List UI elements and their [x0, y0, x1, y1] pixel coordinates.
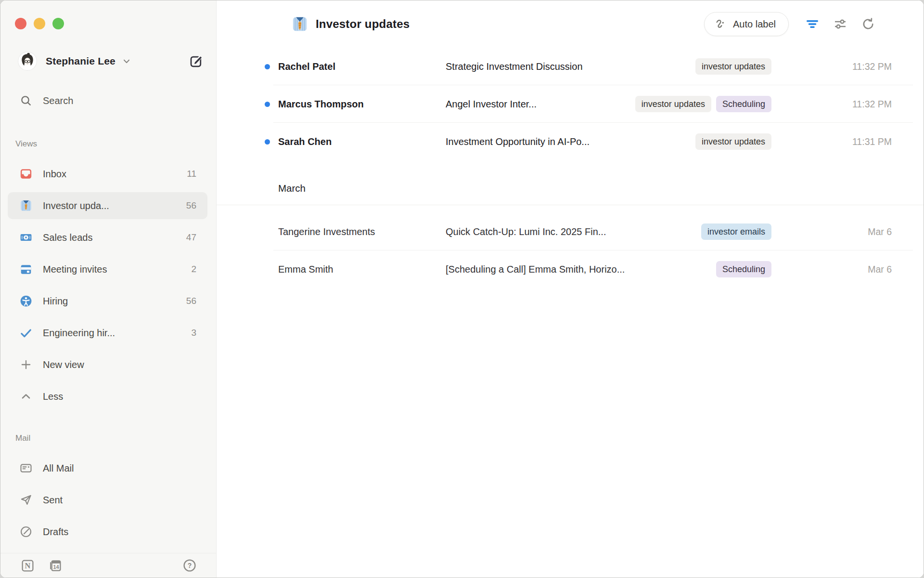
email-row[interactable]: Sarah Chen Investment Opportunity in AI-…: [217, 123, 924, 160]
profile-row[interactable]: Stephanie Lee: [18, 51, 204, 72]
unread-dot: [265, 64, 270, 69]
sidebar-item-label: Hiring: [43, 296, 68, 307]
search-icon: [20, 94, 32, 107]
email-sender: Marcus Thompson: [278, 99, 446, 110]
inbox-tray-icon: [20, 168, 32, 180]
email-sender: Sarah Chen: [278, 136, 446, 147]
sidebar-item-label: Inbox: [43, 169, 66, 180]
unread-dot: [265, 139, 270, 144]
notion-calendar-icon[interactable]: 14: [48, 559, 62, 573]
chevron-up-icon: [20, 390, 32, 403]
svg-text:?: ?: [188, 562, 192, 569]
less-label: Less: [43, 391, 63, 402]
views-list: Inbox 11 Investor upda... 56: [0, 160, 216, 410]
drafts-pencil-icon: [20, 525, 32, 538]
email-tags: investor updates Scheduling: [635, 96, 771, 112]
all-mail-icon: [20, 462, 32, 474]
new-view-button[interactable]: New view: [8, 351, 207, 378]
sidebar-item-label: Sales leads: [43, 232, 92, 243]
compose-icon[interactable]: [189, 54, 204, 68]
month-section-header: March: [217, 160, 924, 205]
email-tag[interactable]: investor updates: [695, 133, 771, 150]
auto-label-wand-icon: [714, 18, 727, 30]
email-tag[interactable]: investor updates: [635, 96, 711, 112]
chevron-down-icon[interactable]: [121, 56, 132, 66]
help-icon[interactable]: ?: [183, 559, 196, 572]
unread-dot: [265, 102, 270, 107]
email-tag[interactable]: investor emails: [701, 223, 771, 240]
sidebar-item-hiring[interactable]: Hiring 56: [8, 288, 207, 315]
necktie-icon: [292, 16, 308, 32]
email-time: Mar 6: [771, 264, 892, 275]
email-tags: investor updates: [695, 58, 771, 75]
email-list: Rachel Patel Strategic Investment Discus…: [217, 48, 924, 578]
filter-icon[interactable]: [805, 17, 820, 31]
email-sender: Emma Smith: [278, 264, 446, 275]
auto-label-button[interactable]: Auto label: [704, 12, 789, 36]
sidebar-footer: N 14 ?: [0, 553, 216, 578]
new-view-label: New view: [43, 359, 84, 370]
sidebar-item-engineering-hiring[interactable]: Engineering hir... 3: [8, 319, 207, 346]
page-title: Investor updates: [316, 17, 410, 31]
sidebar-item-drafts[interactable]: Drafts: [8, 518, 207, 545]
mail-section-label: Mail: [15, 434, 216, 443]
email-sender: Rachel Patel: [278, 61, 446, 72]
necktie-icon: [20, 199, 32, 212]
email-subject: Investment Opportunity in AI-Po...: [446, 136, 695, 147]
search-button[interactable]: Search: [8, 90, 207, 111]
email-tag[interactable]: investor updates: [695, 58, 771, 75]
accessibility-icon: [20, 295, 32, 307]
email-tag[interactable]: Scheduling: [716, 96, 771, 112]
sidebar: Stephanie Lee Search Views: [0, 0, 217, 578]
email-time: Mar 6: [771, 226, 892, 237]
svg-text:N: N: [25, 561, 31, 570]
email-row[interactable]: Tangerine Investments Quick Catch-Up: Lu…: [217, 213, 924, 250]
auto-label-button-label: Auto label: [733, 19, 776, 30]
email-subject: [Scheduling a Call] Emma Smith, Horizo..…: [446, 264, 716, 275]
notion-logo-icon[interactable]: N: [21, 559, 35, 573]
close-window-icon[interactable]: [15, 18, 26, 29]
email-subject: Quick Catch-Up: Lumi Inc. 2025 Fin...: [446, 226, 701, 237]
sidebar-item-label: All Mail: [43, 463, 74, 474]
window-controls: [0, 0, 216, 29]
plus-icon: [20, 358, 32, 371]
sidebar-item-label: Sent: [43, 495, 63, 506]
sidebar-item-count: 56: [186, 296, 196, 306]
sidebar-item-inbox[interactable]: Inbox 11: [8, 160, 207, 187]
email-tag[interactable]: Scheduling: [716, 261, 771, 277]
search-label: Search: [43, 95, 73, 106]
email-time: 11:32 PM: [771, 99, 892, 110]
banknote-icon: [20, 231, 32, 244]
sidebar-item-count: 56: [186, 200, 196, 211]
sidebar-item-label: Investor upda...: [43, 200, 109, 211]
mail-list: All Mail Sent: [0, 455, 216, 545]
minimize-window-icon[interactable]: [34, 18, 45, 29]
view-header: Investor updates Auto label: [217, 0, 924, 48]
sidebar-item-sent[interactable]: Sent: [8, 486, 207, 513]
sidebar-item-count: 47: [186, 232, 196, 243]
sliders-icon[interactable]: [833, 17, 847, 31]
sidebar-item-label: Meeting invites: [43, 264, 107, 275]
sidebar-item-all-mail[interactable]: All Mail: [8, 455, 207, 482]
email-row[interactable]: Marcus Thompson Angel Investor Inter... …: [217, 85, 924, 123]
header-controls: Auto label: [704, 12, 875, 36]
email-tags: investor updates: [695, 133, 771, 150]
zoom-window-icon[interactable]: [52, 18, 64, 29]
less-button[interactable]: Less: [8, 383, 207, 410]
email-subject: Angel Investor Inter...: [446, 99, 635, 110]
email-subject: Strategic Investment Discussion: [446, 61, 695, 72]
sidebar-item-label: Drafts: [43, 526, 68, 538]
refresh-icon[interactable]: [861, 17, 875, 31]
email-row[interactable]: Rachel Patel Strategic Investment Discus…: [217, 48, 924, 85]
sidebar-item-label: Engineering hir...: [43, 328, 115, 339]
email-row[interactable]: Emma Smith [Scheduling a Call] Emma Smit…: [217, 250, 924, 288]
email-time: 11:31 PM: [771, 136, 892, 147]
checkmark-icon: [20, 327, 32, 339]
calendar-icon: [20, 263, 32, 276]
sidebar-item-investor-updates[interactable]: Investor upda... 56: [8, 192, 207, 219]
sidebar-item-meeting-invites[interactable]: Meeting invites 2: [8, 256, 207, 283]
email-time: 11:32 PM: [771, 61, 892, 72]
avatar[interactable]: [18, 52, 37, 71]
svg-text:14: 14: [53, 564, 59, 570]
sidebar-item-sales-leads[interactable]: Sales leads 47: [8, 224, 207, 251]
